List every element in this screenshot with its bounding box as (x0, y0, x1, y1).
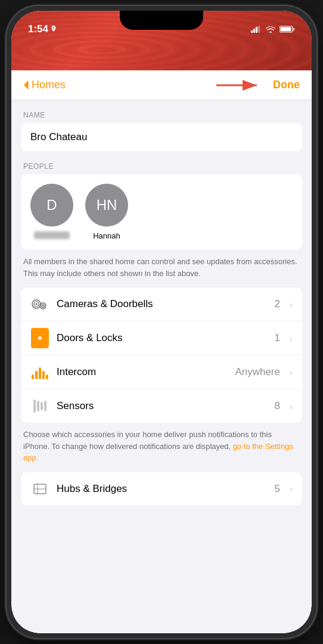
notif-text: Choose which accessories in your home de… (11, 423, 312, 472)
intercom-value: Anywhere (235, 366, 280, 378)
battery-icon (279, 26, 295, 33)
people-section-label: PEOPLE (11, 151, 312, 174)
people-info-text: All members in the shared home can contr… (11, 250, 312, 287)
screen-content: 1:54 (11, 11, 312, 633)
done-button[interactable]: Done (273, 79, 300, 91)
person-2-name: Hannah (93, 231, 120, 240)
hubs-value: 5 (275, 483, 280, 495)
phone-screen: 1:54 (11, 11, 312, 633)
hubs-chevron: › (290, 484, 293, 494)
cameras-row[interactable]: Cameras & Doorbells 2 › (21, 287, 302, 321)
sensors-value: 8 (275, 400, 280, 412)
name-value: Bro Chateau (30, 131, 293, 143)
cameras-chevron: › (290, 299, 293, 309)
hubs-svg-icon (32, 482, 48, 496)
accessories-list: Cameras & Doorbells 2 › Doors & Locks 1 … (21, 287, 302, 423)
person-1-name-blurred (34, 231, 70, 239)
hubs-row[interactable]: Hubs & Bridges 5 › (21, 472, 302, 506)
back-chevron-icon (23, 80, 29, 90)
hubs-section: Hubs & Bridges 5 › (21, 472, 302, 506)
back-label: Homes (32, 79, 66, 91)
intercom-label: Intercom (57, 366, 228, 378)
status-icons (251, 26, 295, 33)
svg-rect-2 (256, 27, 257, 33)
person-1: D (30, 184, 73, 240)
cameras-value: 2 (275, 298, 280, 310)
notch (120, 11, 203, 30)
status-time: 1:54 (28, 23, 57, 35)
svg-rect-3 (258, 26, 260, 33)
intercom-icon (32, 365, 48, 379)
people-card: D HN Hannah (21, 174, 302, 250)
content-area: Homes Done NAME (11, 70, 312, 633)
sensors-chevron: › (290, 401, 293, 411)
cameras-label: Cameras & Doorbells (57, 298, 268, 310)
sensors-icon (33, 400, 46, 413)
svg-rect-0 (251, 30, 253, 33)
svg-point-11 (36, 304, 38, 305)
svg-point-14 (42, 305, 44, 306)
hubs-label: Hubs & Bridges (57, 483, 268, 495)
wifi-icon (266, 26, 275, 33)
cameras-icon (30, 295, 49, 314)
hubs-icon (30, 479, 49, 499)
sensors-label: Sensors (57, 400, 268, 412)
intercom-chevron: › (290, 367, 293, 377)
name-section-label: NAME (11, 100, 312, 123)
svg-rect-1 (253, 29, 255, 33)
back-button[interactable]: Homes (23, 79, 66, 91)
intercom-icon-container (30, 363, 49, 382)
intercom-row[interactable]: Intercom Anywhere › (21, 355, 302, 389)
sensors-icon-container (30, 397, 49, 416)
annotation-arrow (216, 76, 264, 94)
avatar-hn: HN (85, 184, 128, 227)
svg-rect-6 (281, 27, 291, 32)
person-2: HN Hannah (85, 184, 128, 240)
doors-chevron: › (290, 333, 293, 343)
nav-bar: Homes Done (11, 70, 312, 100)
phone-shell: 1:54 (7, 6, 316, 638)
location-icon (51, 26, 57, 33)
doors-row[interactable]: Doors & Locks 1 › (21, 321, 302, 355)
doors-label: Doors & Locks (57, 332, 268, 344)
sensors-row[interactable]: Sensors 8 › (21, 389, 302, 423)
doors-value: 1 (275, 332, 280, 344)
doors-icon-container (30, 329, 49, 348)
camera-svg-icon (32, 298, 48, 311)
name-field[interactable]: Bro Chateau (21, 123, 302, 151)
doors-icon (31, 328, 49, 348)
avatar-d: D (30, 184, 73, 227)
svg-rect-5 (293, 28, 294, 30)
signal-icon (251, 26, 262, 33)
